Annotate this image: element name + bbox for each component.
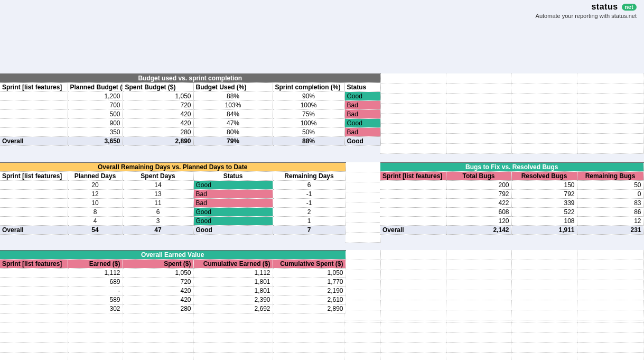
table-row: 42233983 — [380, 199, 643, 208]
table-row: 60852286 — [380, 208, 643, 217]
earned-h0: Sprint [list features] — [0, 260, 68, 269]
table-row: 90042047%100%Good — [0, 119, 380, 128]
earned-h4: Cumulative Spent ($) — [273, 260, 346, 269]
status-badge: Bad — [193, 199, 273, 208]
bugs-table: Bugs to Fix vs. Resolved Bugs Sprint [li… — [380, 162, 644, 235]
budget-h5: Status — [344, 83, 380, 92]
days-h0: Sprint [list features] — [0, 172, 68, 181]
table-row-total: Overall 2,142 1,911 231 — [380, 226, 643, 235]
status-badge: Good — [344, 137, 380, 146]
table-row: 20015050 — [380, 181, 643, 190]
bugs-title: Bugs to Fix vs. Resolved Bugs — [380, 163, 643, 172]
ghost-grid-top-right — [380, 73, 644, 154]
status-badge: Bad — [193, 190, 273, 199]
brand-pill: net — [622, 4, 637, 11]
status-badge: Bad — [344, 101, 380, 110]
earned-table: Overall Earned Value Sprint [list featur… — [0, 250, 346, 313]
budget-h3: Budget Used (%) — [193, 83, 273, 92]
days-h1: Planned Days — [68, 172, 123, 181]
earned-title: Overall Earned Value — [0, 251, 346, 260]
budget-h2: Spent Budget ($) — [123, 83, 193, 92]
brand-logo: status net — [536, 2, 637, 12]
days-h4: Remaining Days — [273, 172, 346, 181]
days-h3: Status — [193, 172, 273, 181]
table-row: 1213Bad-1 — [0, 190, 346, 199]
budget-table: Budget used vs. sprint completion Sprint… — [0, 73, 381, 146]
table-row: 1,2001,05088%90%Good — [0, 92, 380, 101]
table-row: 6897201,8011,770 — [0, 278, 346, 287]
status-badge: Good — [344, 119, 380, 128]
earned-h1: Earned ($) — [68, 260, 123, 269]
table-row: 3022802,6922,890 — [0, 304, 346, 313]
table-row: 35028080%50%Bad — [0, 128, 380, 137]
table-row: 12010812 — [380, 217, 643, 226]
bugs-h0: Sprint [list features] — [380, 172, 446, 181]
earned-h3: Cumulative Earned ($) — [193, 260, 273, 269]
table-row: 700720103%100%Bad — [0, 101, 380, 110]
table-row: 86Good2 — [0, 208, 346, 217]
budget-h0: Sprint [list features] — [0, 83, 68, 92]
table-row: 2014Good6 — [0, 181, 346, 190]
budget-title: Budget used vs. sprint completion — [0, 74, 380, 83]
earned-h2: Spent ($) — [123, 260, 193, 269]
status-badge: Good — [193, 226, 273, 235]
status-badge: Good — [193, 208, 273, 217]
table-row-total: Overall 54 47 Good 7 — [0, 226, 346, 235]
days-table: Overall Remaining Days vs. Planned Days … — [0, 162, 346, 235]
ghost-grid-gap-col — [346, 162, 381, 243]
status-badge: Good — [193, 181, 273, 190]
table-row: 1011Bad-1 — [0, 199, 346, 208]
table-row: 5894202,3902,610 — [0, 296, 346, 304]
status-badge: Good — [193, 217, 273, 226]
table-row: 7927920 — [380, 190, 643, 199]
status-badge: Good — [344, 92, 380, 101]
table-row: 50042084%75%Bad — [0, 110, 380, 119]
bugs-h3: Remaining Bugs — [577, 172, 643, 181]
budget-h4: Sprint completion (%) — [273, 83, 344, 92]
brand-tagline: Automate your reporting with status.net — [536, 13, 637, 19]
budget-h1: Planned Budget ($) — [68, 83, 123, 92]
status-badge: Bad — [344, 110, 380, 119]
table-row-total: Overall 3,650 2,890 79% 88% Good — [0, 137, 380, 146]
table-row: 1,1121,0501,1121,050 — [0, 269, 346, 278]
table-row: -4201,8012,190 — [0, 287, 346, 296]
bugs-h1: Total Bugs — [446, 172, 511, 181]
status-badge: Bad — [344, 128, 380, 137]
days-h2: Spent Days — [123, 172, 193, 181]
brand-name: status — [591, 2, 618, 11]
ghost-grid-mid-right — [346, 250, 644, 320]
bugs-h2: Resolved Bugs — [511, 172, 577, 181]
table-row: 43Good1 — [0, 217, 346, 226]
brand-block: status net Automate your reporting with … — [536, 2, 637, 19]
days-title: Overall Remaining Days vs. Planned Days … — [0, 163, 346, 172]
